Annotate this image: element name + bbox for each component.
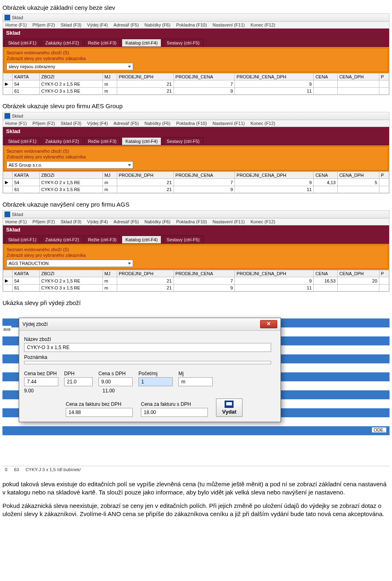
tab-zakazky[interactable]: Zakázky (ctrl-F2) [42,137,83,145]
col-zbozi[interactable]: ZBOZI [40,172,103,179]
col-prodejni-cena-dph[interactable]: PRODEJNI_CENA_DPH [235,270,314,277]
menu-sklad[interactable]: Sklad (F3) [61,121,82,126]
tab-sestavy[interactable]: Sestavy (ctrl-F5) [163,39,203,47]
col-cena[interactable]: CENA [314,73,337,80]
col-cena-dph[interactable]: CENA_DPH [337,172,379,179]
col-karta[interactable]: KARTA [13,73,40,80]
menu-konec[interactable]: Konec (F12) [250,219,275,224]
tab-rezie[interactable]: Režie (ctrl-F3) [85,236,120,243]
main-menu[interactable]: Home (F1) Příjem (F2) Sklad (F3) Výdej (… [3,22,389,29]
col-prodejni-cena[interactable]: PRODEJNI_CENA [174,172,235,179]
col-mj[interactable]: MJ [102,172,117,179]
col-cena[interactable]: CENA [314,172,337,179]
col-mj[interactable]: MJ [102,270,117,277]
col-cena[interactable]: CENA [314,270,337,277]
col-p[interactable]: P [379,270,389,277]
sub-tabs[interactable]: Sklad (ctrl-F1) Zakázky (ctrl-F2) Režie … [3,136,389,145]
price-table[interactable]: KARTA ZBOZI MJ PRODEJNI_DPH PRODEJNI_CEN… [3,73,389,95]
col-prodejni-cena[interactable]: PRODEJNI_CENA [174,73,235,80]
col-cena-dph[interactable]: CENA_DPH [337,73,379,80]
menu-adresar[interactable]: Adresář (F5) [114,121,139,126]
tab-sestavy[interactable]: Sestavy (ctrl-F5) [163,137,203,145]
menu-vydej[interactable]: Výdej (F4) [87,219,108,224]
col-karta[interactable]: KARTA [13,172,40,179]
menu-home[interactable]: Home (F1) [5,219,27,224]
col-prodejni-dph[interactable]: PRODEJNI_DPH [117,73,174,80]
tab-katalog[interactable]: Katalog (ctrl-F4) [122,137,161,145]
table-row[interactable]: 61 CYKY-O 3 x 1.5 RE m 21 9 11 [3,186,389,193]
tab-sestavy[interactable]: Sestavy (ctrl-F5) [163,236,203,243]
tab-zakazky[interactable]: Zakázky (ctrl-F2) [42,236,83,243]
faktura-bez-input[interactable]: 14.88 [66,408,133,417]
menu-nabidky[interactable]: Nabídky (F6) [145,22,171,27]
col-p[interactable]: P [379,172,389,179]
menu-pokladna[interactable]: Pokladna (F10) [176,121,207,126]
col-prodejni-cena-dph[interactable]: PRODEJNI_CENA_DPH [235,73,314,80]
menu-vydej[interactable]: Výdej (F4) [87,121,108,126]
tab-katalog[interactable]: Katalog (ctrl-F4) [122,39,161,47]
sub-tabs[interactable]: Sklad (ctrl-F1) Zakázky (ctrl-F2) Režie … [3,37,389,47]
menu-home[interactable]: Home (F1) [5,22,27,27]
price-table[interactable]: KARTA ZBOZI MJ PRODEJNI_DPH PRODEJNI_CEN… [3,171,389,193]
table-row[interactable]: 61 CYKY-O 3 x 1.5 RE m 21 9 11 [3,285,389,292]
menu-nabidky[interactable]: Nabídky (F6) [145,121,171,126]
menu-nastaveni[interactable]: Nastavení (F11) [213,121,245,126]
col-prodejni-cena[interactable]: PRODEJNI_CENA [174,270,235,277]
main-menu[interactable]: Home (F1) Příjem (F2) Sklad (F3) Výdej (… [3,218,389,225]
menu-prijem[interactable]: Příjem (F2) [33,22,55,27]
col-prodejni-cena-dph[interactable]: PRODEJNI_CENA_DPH [235,172,314,179]
menu-pokladna[interactable]: Pokladna (F10) [176,22,207,27]
menu-prijem[interactable]: Příjem (F2) [33,219,55,224]
customer-combo[interactable]: AES Group s.r.o. [7,161,133,169]
col-mj[interactable]: MJ [102,73,117,80]
col-karta[interactable]: KARTA [13,270,40,277]
tab-rezie[interactable]: Režie (ctrl-F3) [85,137,120,145]
menu-sklad[interactable]: Sklad (F3) [61,219,82,224]
dph-select[interactable]: 21.0 [64,377,93,386]
main-menu[interactable]: Home (F1) Příjem (F2) Sklad (F3) Výdej (… [3,120,389,127]
menu-prijem[interactable]: Příjem (F2) [33,121,55,126]
pocet-input[interactable]: 1 [138,377,173,386]
cell: 7 [174,179,235,186]
mj-input[interactable]: m [178,377,213,386]
close-button[interactable]: ✕ [260,320,277,328]
table-row[interactable]: ▶ 54 CYKY-O 2 x 1,5 RE m 21 7 9 16,53 20 [3,277,389,285]
col-prodejni-dph[interactable]: PRODEJNI_DPH [117,270,174,277]
menu-nabidky[interactable]: Nabídky (F6) [145,219,171,224]
tab-katalog[interactable]: Katalog (ctrl-F4) [122,236,161,243]
customer-combo[interactable]: slevy nejsou zobrazeny [7,63,133,70]
menu-konec[interactable]: Konec (F12) [250,121,275,126]
cena-bez-dph-input[interactable]: 7.44 [24,377,58,386]
tab-sklad[interactable]: Sklad (ctrl-F1) [4,137,40,145]
menu-home[interactable]: Home (F1) [5,121,27,126]
table-row[interactable]: ▶ 54 CYKY-O 2 x 1,5 RE m 21 7 9 4,13 5 [3,179,389,186]
dialog-titlebar[interactable]: Výdej zboží ✕ [19,318,281,331]
menu-sklad[interactable]: Sklad (F3) [61,22,82,27]
cena-s-dph-input[interactable]: 9.00 [98,377,133,386]
menu-nastaveni[interactable]: Nastavení (F11) [213,22,245,27]
menu-nastaveni[interactable]: Nastavení (F11) [213,219,245,224]
table-row[interactable]: 61 CYKY-O 3 x 1.5 RE m 21 9 11 [3,88,389,95]
tab-zakazky[interactable]: Zakázky (ctrl-F2) [42,39,83,47]
faktura-s-input[interactable]: 18.00 [141,408,208,417]
table-row[interactable]: ▶ 54 CYKY-O 2 x 1,5 RE m 21 7 9 [3,80,389,88]
tab-rezie[interactable]: Režie (ctrl-F3) [85,39,120,47]
customer-combo[interactable]: AGS TRADUCTION [7,260,133,267]
col-prodejni-dph[interactable]: PRODEJNI_DPH [117,172,174,179]
col-zbozi[interactable]: ZBOZI [40,73,103,80]
note-input[interactable] [24,361,271,364]
price-table[interactable]: KARTA ZBOZI MJ PRODEJNI_DPH PRODEJNI_CEN… [3,270,389,292]
name-input[interactable]: CYKY-O 3 x 1,5 RE [24,343,271,352]
col-zbozi[interactable]: ZBOZI [40,270,103,277]
menu-konec[interactable]: Konec (F12) [250,22,275,27]
menu-adresar[interactable]: Adresář (F5) [114,22,139,27]
menu-adresar[interactable]: Adresář (F5) [114,219,139,224]
menu-pokladna[interactable]: Pokladna (F10) [176,219,207,224]
tab-sklad[interactable]: Sklad (ctrl-F1) [4,236,40,243]
col-p[interactable]: P [379,73,389,80]
menu-vydej[interactable]: Výdej (F4) [87,22,108,27]
tab-sklad[interactable]: Sklad (ctrl-F1) [4,39,40,47]
sub-tabs[interactable]: Sklad (ctrl-F1) Zakázky (ctrl-F2) Režie … [3,234,389,244]
col-cena-dph[interactable]: CENA_DPH [337,270,379,277]
vydat-button[interactable]: Vydat [216,398,243,417]
